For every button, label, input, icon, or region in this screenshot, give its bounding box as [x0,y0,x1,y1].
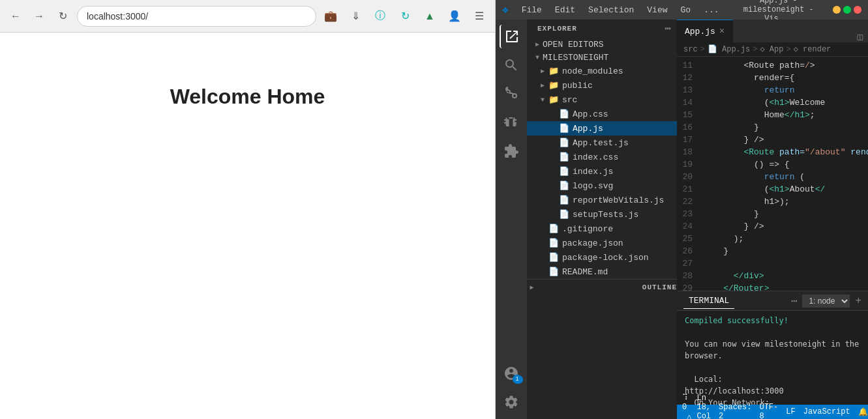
outline-label: OUTLINE [642,283,677,291]
activity-extensions-icon[interactable] [500,139,523,163]
menu-icon[interactable]: ☰ [470,7,488,25]
line-num-15: 15 [677,109,703,121]
open-editors-header[interactable]: ▶ OPEN EDITORS [527,38,677,51]
project-arrow: ▼ [532,52,543,63]
tree-item-setup-tests[interactable]: ▶ 📄 setupTests.js [527,207,677,222]
line-num-28: 28 [677,270,703,282]
tree-item-report-web-vitals[interactable]: ▶ 📄 reportWebVitals.js [527,193,677,207]
package-json-label: package.json [562,238,623,248]
status-language[interactable]: JavaScript [803,407,850,416]
line-num-19: 19 [677,158,703,171]
status-bar: ⠹ 0 △ 0 Ln 18, Col 27 Spaces: 2 UTF-8 LF… [677,405,868,419]
tree-item-public[interactable]: ▶ 📁 public [527,78,677,93]
menu-file[interactable]: File [516,4,547,16]
activity-bar-bottom: 1 [500,362,523,419]
tree-item-node-modules[interactable]: ▶ 📁 node_modules [527,64,677,78]
status-line-ending[interactable]: LF [786,407,795,416]
activity-search-icon[interactable] [500,53,523,77]
code-line-25: 25 ); [677,233,868,245]
pocket-icon[interactable]: 💼 [322,7,340,25]
menu-more[interactable]: ... [698,4,724,16]
minimize-button[interactable] [833,6,841,14]
address-bar[interactable] [77,6,316,27]
back-button[interactable]: ← [7,7,25,25]
tree-item-gitignore[interactable]: ▶ 📄 .gitignore [527,222,677,236]
tree-item-app-js[interactable]: ▶ 📄 App.js [527,121,677,136]
breadcrumb-src[interactable]: src [683,45,698,54]
tree-item-index-css[interactable]: ▶ 📄 index.css [527,150,677,164]
forward-button[interactable]: → [30,7,48,25]
breadcrumb-render[interactable]: ◇ render [794,44,831,54]
tab-close-icon[interactable]: × [719,26,725,36]
terminal-line-4 [685,362,860,373]
breadcrumb-app[interactable]: ◇ App [760,44,783,54]
sync-icon[interactable]: ↻ [396,7,414,25]
outline-header[interactable]: ▶ OUTLINE [527,279,677,295]
split-editor-icon[interactable]: ◫ [858,31,863,42]
menu-view[interactable]: View [642,4,672,16]
status-position[interactable]: Ln 18, Col 27 [696,394,711,419]
activity-debug-icon[interactable] [500,111,523,134]
terminal-more-icon[interactable]: ⋯ [791,295,798,308]
maximize-button[interactable] [843,6,851,14]
activity-git-icon[interactable] [500,82,523,106]
status-encoding[interactable]: UTF-8 [759,403,778,419]
menu-go[interactable]: Go [676,4,696,16]
line-num-13: 13 [677,84,703,96]
explorer-header[interactable]: EXPLORER ⋯ [527,20,677,38]
titlebar-menu: File Edit Selection View Go ... [516,4,725,16]
tree-item-package-json[interactable]: ▶ 📄 package.json [527,236,677,250]
status-errors[interactable]: ⠹ 0 △ 0 [682,393,691,419]
activity-settings-icon[interactable] [500,390,523,414]
activity-account-icon[interactable]: 1 [500,362,523,385]
menu-selection[interactable]: Selection [583,4,639,16]
tree-item-app-test-js[interactable]: ▶ 📄 App.test.js [527,136,677,150]
tab-label: App.js [685,27,715,36]
tab-spacer [733,20,852,42]
terminal-node-select[interactable]: 1: node [802,295,850,308]
line-num-27: 27 [677,257,703,270]
activity-bar: 1 [496,20,527,419]
terminal-tab[interactable]: TERMINAL [683,293,734,309]
code-area[interactable]: 11 <Route path=/> 12 render={ 13 return … [677,57,868,291]
file-icon-index-js: 📄 [558,166,570,177]
code-line-19: 19 () => { [677,158,868,171]
vscode-logo-icon: ❖ [502,3,509,16]
node-modules-label: node_modules [562,66,623,76]
editor-tab-app-js[interactable]: App.js × [677,20,733,42]
refresh-button[interactable]: ↻ [53,7,72,25]
line-content-18: <Route path="/about" render={ [703,146,868,158]
line-content-20: return ( [703,171,868,183]
terminal-header-right: ⋯ 1: node + [791,295,861,308]
close-button[interactable] [854,6,861,14]
tree-item-package-lock-json[interactable]: ▶ 📄 package-lock.json [527,250,677,265]
explorer-more-icon[interactable]: ⋯ [665,22,672,35]
index-js-label: index.js [573,167,613,177]
terminal-add-icon[interactable]: + [855,295,861,307]
file-icon-package-json: 📄 [548,237,560,249]
tree-item-src[interactable]: ▼ 📁 src [527,93,677,107]
line-content-12: render={ [703,72,868,84]
activity-explorer-icon[interactable] [500,25,523,48]
shield-icon[interactable]: ▲ [421,7,439,25]
account-icon[interactable]: 👤 [445,7,464,25]
tree-item-readme[interactable]: ▶ 📄 README.md [527,265,677,279]
tree-item-logo-svg[interactable]: ▶ 📄 logo.svg [527,179,677,193]
browser-toolbar: ← → ↻ 💼 ⇓ ⓘ ↻ ▲ 👤 ☰ [0,0,495,33]
tree-item-app-css[interactable]: ▶ 📄 App.css [527,107,677,121]
line-num-26: 26 [677,245,703,257]
tree-item-index-js[interactable]: ▶ 📄 index.js [527,164,677,179]
line-num-24: 24 [677,220,703,233]
project-root[interactable]: ▼ MILESTONEIGHT [527,51,677,64]
gitignore-label: .gitignore [562,224,613,234]
status-spaces[interactable]: Spaces: 2 [719,403,751,419]
code-line-27: 27 [677,257,868,270]
node-modules-arrow: ▶ [537,66,548,76]
menu-edit[interactable]: Edit [550,4,580,16]
line-num-20: 20 [677,171,703,183]
status-notification-icon[interactable]: 🔔 [858,407,868,417]
line-num-11: 11 [677,59,703,72]
info-icon[interactable]: ⓘ [371,7,389,25]
download-icon[interactable]: ⇓ [346,7,365,25]
breadcrumb-app-js[interactable]: 📄 App.js [708,44,750,54]
